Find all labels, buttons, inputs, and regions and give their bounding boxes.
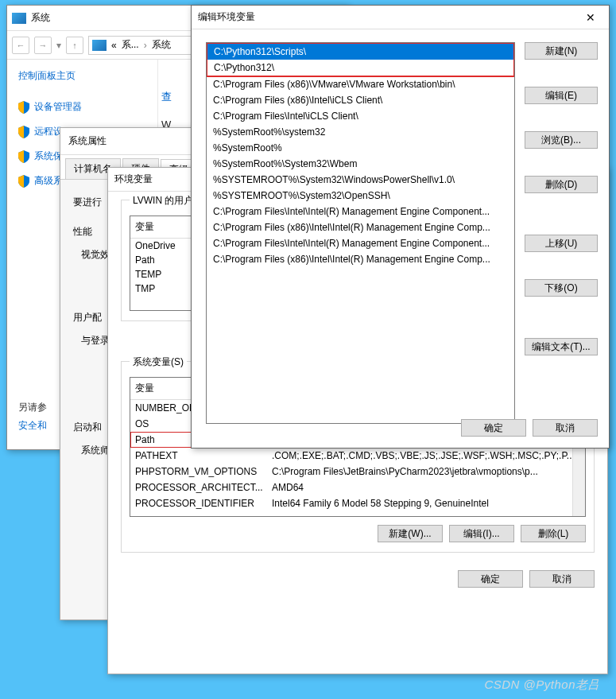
list-item[interactable]: C:\Program Files\Intel\Intel(R) Manageme… — [207, 204, 514, 219]
new-button[interactable]: 新建(N) — [525, 42, 598, 60]
security-link[interactable]: 安全和 — [18, 417, 47, 435]
list-item[interactable]: C:\Python312\ — [207, 60, 513, 76]
shield-icon — [18, 175, 29, 188]
ok-button[interactable]: 确定 — [461, 419, 526, 437]
monitor-icon — [92, 40, 107, 51]
move-up-button[interactable]: 上移(U) — [525, 235, 598, 252]
sidebar-item-device-manager[interactable]: 设备管理器 — [18, 97, 151, 122]
nav-back-button[interactable]: ← — [12, 37, 29, 54]
table-row: PHPSTORM_VM_OPTIONSC:\Program Files\JetB… — [130, 464, 585, 480]
edit-button[interactable]: 编辑(I)... — [449, 525, 514, 542]
list-item[interactable]: C:\Python312\Scripts\ — [207, 44, 513, 60]
list-item[interactable]: %SystemRoot%\system32 — [207, 124, 514, 140]
list-item[interactable]: C:\Program Files (x86)\Intel\Intel(R) Ma… — [207, 219, 514, 235]
main-link[interactable]: 查 — [161, 90, 172, 104]
nav-up-button[interactable]: ↑ — [66, 37, 83, 54]
shield-icon — [18, 150, 29, 163]
list-item[interactable]: %SystemRoot%\System32\Wbem — [207, 156, 514, 172]
delete-button[interactable]: 删除(D) — [525, 176, 598, 193]
control-panel-home-link[interactable]: 控制面板主页 — [18, 69, 151, 83]
cancel-button[interactable]: 取消 — [529, 570, 595, 588]
edit-text-button[interactable]: 编辑文本(T)... — [525, 338, 598, 355]
new-button[interactable]: 新建(W)... — [378, 525, 443, 542]
monitor-icon — [12, 13, 26, 24]
list-item[interactable]: C:\Program Files\Intel\iCLS Client\ — [207, 108, 514, 124]
shield-icon — [18, 126, 29, 138]
shield-icon — [18, 101, 29, 114]
list-item[interactable]: C:\Program Files (x86)\Intel\iCLS Client… — [207, 92, 514, 108]
cancel-button[interactable]: 取消 — [533, 419, 598, 437]
edit-titlebar: 编辑环境变量 ✕ — [192, 6, 609, 29]
move-down-button[interactable]: 下移(O) — [525, 279, 598, 297]
list-item[interactable]: %SYSTEMROOT%\System32\OpenSSH\ — [207, 188, 514, 204]
edit-env-var-dialog: 编辑环境变量 ✕ C:\Python312\Scripts\ C:\Python… — [191, 5, 610, 449]
path-entries-list[interactable]: C:\Python312\Scripts\ C:\Python312\ C:\P… — [206, 42, 515, 424]
edit-button[interactable]: 编辑(E) — [525, 87, 598, 104]
list-item[interactable]: %SYSTEMROOT%\System32\WindowsPowerShell\… — [207, 172, 514, 188]
table-row: PATHEXT.COM;.EXE;.BAT;.CMD;.VBS;.VBE;.JS… — [130, 448, 585, 464]
close-icon[interactable]: ✕ — [579, 11, 602, 24]
list-item[interactable]: %SystemRoot% — [207, 140, 514, 156]
table-row: PROCESSOR_IDENTIFIERIntel64 Family 6 Mod… — [130, 495, 585, 511]
watermark: CSDN @Python老吕 — [484, 678, 600, 693]
nav-forward-button[interactable]: → — [34, 37, 52, 54]
delete-button[interactable]: 删除(L) — [521, 525, 586, 542]
list-item[interactable]: C:\Program Files (x86)\Intel\Intel(R) Ma… — [207, 251, 514, 267]
edit-buttons: 新建(N) 编辑(E) 浏览(B)... 删除(D) 上移(U) 下移(O) 编… — [525, 42, 598, 424]
table-row: PROCESSOR_ARCHITECT...AMD64 — [130, 480, 585, 495]
nav-dropdown-icon[interactable]: ▾ — [56, 40, 61, 51]
list-item[interactable]: C:\Program Files\Intel\Intel(R) Manageme… — [207, 235, 514, 251]
list-item[interactable]: C:\Program Files (x86)\VMware\VMware Wor… — [207, 76, 514, 92]
system-title: 系统 — [31, 11, 50, 25]
see-also: 另请参 安全和 — [18, 398, 47, 435]
ok-button[interactable]: 确定 — [458, 570, 523, 588]
browse-button[interactable]: 浏览(B)... — [525, 131, 598, 149]
